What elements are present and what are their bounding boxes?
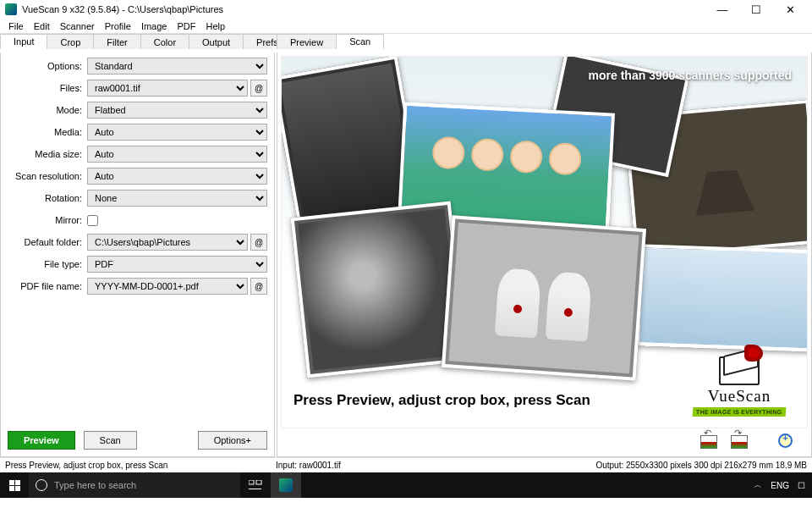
task-view-button[interactable] bbox=[240, 472, 271, 498]
mirror-label: Mirror: bbox=[4, 215, 87, 225]
menu-profile[interactable]: Profile bbox=[100, 21, 136, 31]
minimize-button[interactable]: — bbox=[705, 0, 739, 19]
mode-select[interactable]: Flatbed bbox=[87, 102, 267, 119]
tab-input[interactable]: Input bbox=[0, 34, 47, 49]
logo-tagline: THE IMAGE IS EVERYTHING bbox=[693, 407, 786, 417]
options-plus-button[interactable]: Options+ bbox=[198, 431, 267, 450]
menu-pdf[interactable]: PDF bbox=[172, 21, 200, 31]
options-select[interactable]: Standard bbox=[87, 58, 267, 75]
svg-rect-2 bbox=[249, 489, 261, 489]
vuescan-logo: VueScan THE IMAGE IS EVERYTHING bbox=[680, 353, 798, 421]
menu-image[interactable]: Image bbox=[136, 21, 173, 31]
cortana-icon bbox=[36, 479, 47, 491]
settings-pane: Options: Standard Files: raw0001.tif @ M… bbox=[0, 52, 275, 457]
zoom-in-button[interactable] bbox=[777, 433, 796, 451]
status-bar: Press Preview, adjust crop box, press Sc… bbox=[0, 457, 812, 472]
sample-collage: more than 3900 scanners supported Press … bbox=[282, 57, 807, 428]
svg-rect-0 bbox=[249, 480, 254, 484]
svg-rect-1 bbox=[256, 480, 261, 484]
rotation-select[interactable]: None bbox=[87, 190, 267, 207]
rotate-left-button[interactable] bbox=[700, 433, 718, 451]
preview-area: more than 3900 scanners supported Press … bbox=[281, 56, 808, 428]
taskbar-search[interactable]: Type here to search bbox=[29, 472, 240, 498]
files-select[interactable]: raw0001.tif bbox=[87, 80, 248, 97]
logo-text: VueScan bbox=[680, 387, 798, 406]
default-folder-browse-button[interactable]: @ bbox=[250, 234, 267, 251]
banner-text: more than 3900 scanners supported bbox=[589, 69, 792, 82]
status-input: Input: raw0001.tif bbox=[276, 461, 595, 470]
default-folder-select[interactable]: C:\Users\qbap\Pictures bbox=[87, 234, 248, 251]
menu-help[interactable]: Help bbox=[200, 21, 230, 31]
menu-bar: File Edit Scanner Profile Image PDF Help bbox=[0, 19, 812, 34]
rotate-right-button[interactable] bbox=[730, 433, 749, 451]
scan-button[interactable]: Scan bbox=[84, 431, 137, 450]
status-hint: Press Preview, adjust crop box, press Sc… bbox=[5, 461, 276, 470]
rotation-label: Rotation: bbox=[4, 193, 87, 203]
tab-output[interactable]: Output bbox=[189, 34, 244, 49]
mode-label: Mode: bbox=[4, 105, 87, 115]
tab-filter[interactable]: Filter bbox=[93, 34, 140, 49]
start-button[interactable] bbox=[0, 472, 29, 498]
tab-crop[interactable]: Crop bbox=[47, 34, 94, 49]
search-placeholder: Type here to search bbox=[54, 480, 136, 490]
preview-button[interactable]: Preview bbox=[8, 431, 75, 450]
system-tray: ︿ ENG ☐ bbox=[754, 479, 812, 491]
default-folder-label: Default folder: bbox=[4, 237, 87, 247]
menu-file[interactable]: File bbox=[3, 21, 29, 31]
media-select[interactable]: Auto bbox=[87, 124, 267, 141]
sample-photo-dog bbox=[291, 202, 468, 378]
maximize-button[interactable]: ☐ bbox=[739, 0, 773, 19]
tray-language[interactable]: ENG bbox=[771, 481, 789, 490]
options-label: Options: bbox=[4, 61, 87, 71]
file-type-label: File type: bbox=[4, 259, 87, 269]
files-label: Files: bbox=[4, 83, 87, 93]
tray-expand-icon[interactable]: ︿ bbox=[754, 479, 762, 491]
windows-taskbar: Type here to search ︿ ENG ☐ bbox=[0, 472, 812, 498]
title-bar: VueScan 9 x32 (9.5.84) - C:\Users\qbap\P… bbox=[0, 0, 812, 19]
pdf-file-name-select[interactable]: YYYY-MM-DD-0001+.pdf bbox=[87, 278, 248, 295]
sample-photo-boys bbox=[442, 215, 646, 381]
status-output: Output: 2550x3300 pixels 300 dpi 216x279… bbox=[595, 461, 807, 470]
scanner-icon bbox=[719, 353, 760, 385]
media-size-label: Media size: bbox=[4, 149, 87, 159]
pdf-file-name-browse-button[interactable]: @ bbox=[250, 278, 267, 295]
menu-scanner[interactable]: Scanner bbox=[55, 21, 100, 31]
window-title: VueScan 9 x32 (9.5.84) - C:\Users\qbap\P… bbox=[22, 4, 705, 14]
file-type-select[interactable]: PDF bbox=[87, 256, 267, 273]
menu-edit[interactable]: Edit bbox=[29, 21, 55, 31]
preview-pane: more than 3900 scanners supported Press … bbox=[277, 52, 812, 457]
scan-resolution-label: Scan resolution: bbox=[4, 171, 87, 181]
media-size-select[interactable]: Auto bbox=[87, 146, 267, 163]
instruction-text: Press Preview, adjust crop box, press Sc… bbox=[294, 392, 590, 409]
tab-color[interactable]: Color bbox=[140, 34, 189, 49]
files-browse-button[interactable]: @ bbox=[250, 80, 267, 97]
media-label: Media: bbox=[4, 127, 87, 137]
taskbar-app-vuescan[interactable] bbox=[271, 472, 301, 498]
app-icon bbox=[5, 3, 17, 15]
tray-notifications-icon[interactable]: ☐ bbox=[798, 481, 805, 490]
tab-preview[interactable]: Preview bbox=[277, 34, 337, 49]
pdf-file-name-label: PDF file name: bbox=[4, 281, 87, 291]
scan-resolution-select[interactable]: Auto bbox=[87, 168, 267, 185]
tab-scan[interactable]: Scan bbox=[336, 34, 384, 49]
sample-photo-scanner bbox=[636, 244, 808, 352]
mirror-checkbox[interactable] bbox=[87, 215, 98, 226]
close-button[interactable]: ✕ bbox=[773, 0, 807, 19]
